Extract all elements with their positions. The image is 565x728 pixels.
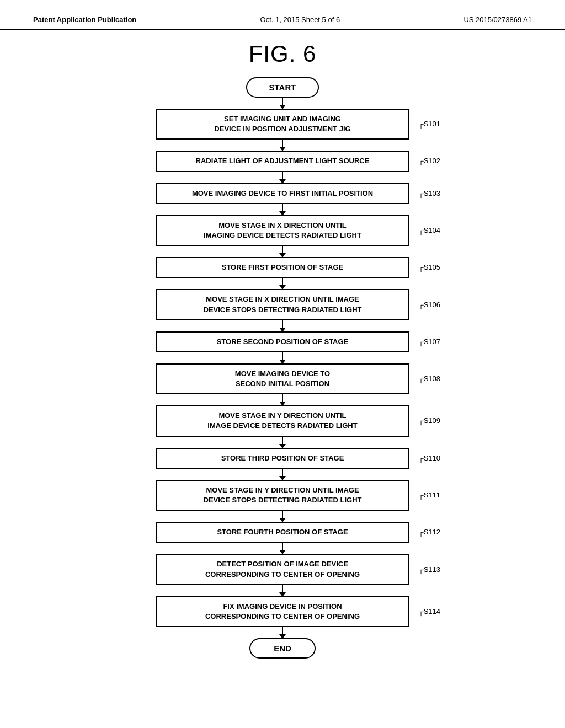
arrow-2 bbox=[282, 172, 283, 183]
step-label-s102: ┌S102 bbox=[418, 156, 440, 166]
step-row-s106: MOVE STAGE IN X DIRECTION UNTIL IMAGE DE… bbox=[156, 289, 409, 320]
step-label-s113: ┌S113 bbox=[418, 564, 440, 574]
arrow-3 bbox=[282, 204, 283, 215]
step-label-s107: ┌S107 bbox=[418, 337, 440, 347]
step-box-s112: STORE FOURTH POSITION OF STAGE┌S112 bbox=[156, 522, 409, 543]
step-box-s101: SET IMAGING UNIT AND IMAGING DEVICE IN P… bbox=[156, 109, 409, 140]
arrow-9 bbox=[282, 437, 283, 448]
step-label-s101: ┌S101 bbox=[418, 119, 440, 129]
arrow-4 bbox=[282, 246, 283, 257]
start-row: START bbox=[246, 77, 319, 98]
header-center: Oct. 1, 2015 Sheet 5 of 6 bbox=[260, 15, 340, 24]
step-label-s109: ┌S109 bbox=[418, 416, 440, 426]
step-row-s103: MOVE IMAGING DEVICE TO FIRST INITIAL POS… bbox=[156, 183, 409, 204]
step-box-s103: MOVE IMAGING DEVICE TO FIRST INITIAL POS… bbox=[156, 183, 409, 204]
step-row-s102: RADIATE LIGHT OF ADJUSTMENT LIGHT SOURCE… bbox=[156, 151, 409, 172]
step-label-s105: ┌S105 bbox=[418, 263, 440, 272]
header: Patent Application Publication Oct. 1, 2… bbox=[0, 0, 565, 30]
arrow-12 bbox=[282, 543, 283, 554]
end-row: END bbox=[249, 638, 316, 659]
content: FIG. 6 START SET IMAGING UNIT AND IMAGIN… bbox=[0, 30, 565, 659]
step-row-s110: STORE THIRD POSITION OF STAGE┌S110 bbox=[156, 448, 409, 469]
step-label-s114: ┌S114 bbox=[418, 607, 440, 617]
step-box-s109: MOVE STAGE IN Y DIRECTION UNTIL IMAGE DE… bbox=[156, 405, 409, 436]
arrow-8 bbox=[282, 394, 283, 405]
arrow-13 bbox=[282, 585, 283, 596]
step-label-s110: ┌S110 bbox=[418, 453, 440, 463]
step-box-s113: DETECT POSITION OF IMAGE DEVICE CORRESPO… bbox=[156, 554, 409, 585]
arrow-5 bbox=[282, 278, 283, 289]
step-label-s111: ┌S111 bbox=[418, 490, 440, 500]
arrow-6 bbox=[282, 320, 283, 331]
arrow-end bbox=[282, 627, 283, 638]
step-label-s103: ┌S103 bbox=[418, 189, 440, 199]
step-row-s104: MOVE STAGE IN X DIRECTION UNTIL IMAGING … bbox=[156, 215, 409, 246]
step-box-s110: STORE THIRD POSITION OF STAGE┌S110 bbox=[156, 448, 409, 469]
header-right: US 2015/0273869 A1 bbox=[463, 15, 532, 24]
step-box-s105: STORE FIRST POSITION OF STAGE┌S105 bbox=[156, 257, 409, 278]
step-box-s104: MOVE STAGE IN X DIRECTION UNTIL IMAGING … bbox=[156, 215, 409, 246]
step-label-s106: ┌S106 bbox=[418, 299, 440, 309]
step-box-s102: RADIATE LIGHT OF ADJUSTMENT LIGHT SOURCE… bbox=[156, 151, 409, 172]
arrow-1 bbox=[282, 140, 283, 151]
arrow-10 bbox=[282, 469, 283, 480]
page: Patent Application Publication Oct. 1, 2… bbox=[0, 0, 565, 728]
figure-title: FIG. 6 bbox=[249, 41, 317, 67]
step-row-s113: DETECT POSITION OF IMAGE DEVICE CORRESPO… bbox=[156, 554, 409, 585]
start-box: START bbox=[246, 77, 319, 98]
step-row-s109: MOVE STAGE IN Y DIRECTION UNTIL IMAGE DE… bbox=[156, 405, 409, 436]
step-row-s101: SET IMAGING UNIT AND IMAGING DEVICE IN P… bbox=[156, 109, 409, 140]
step-row-s105: STORE FIRST POSITION OF STAGE┌S105 bbox=[156, 257, 409, 278]
step-row-s111: MOVE STAGE IN Y DIRECTION UNTIL IMAGE DE… bbox=[156, 480, 409, 511]
step-label-s112: ┌S112 bbox=[418, 527, 440, 537]
step-box-s107: STORE SECOND POSITION OF STAGE┌S107 bbox=[156, 331, 409, 352]
step-box-s111: MOVE STAGE IN Y DIRECTION UNTIL IMAGE DE… bbox=[156, 480, 409, 511]
step-box-s108: MOVE IMAGING DEVICE TO SECOND INITIAL PO… bbox=[156, 363, 409, 394]
step-row-s107: STORE SECOND POSITION OF STAGE┌S107 bbox=[156, 331, 409, 352]
step-box-s106: MOVE STAGE IN X DIRECTION UNTIL IMAGE DE… bbox=[156, 289, 409, 320]
arrow-11 bbox=[282, 511, 283, 522]
step-label-s108: ┌S108 bbox=[418, 374, 440, 384]
arrow-7 bbox=[282, 352, 283, 363]
step-box-s114: FIX IMAGING DEVICE IN POSITION CORRESPON… bbox=[156, 596, 409, 627]
arrow-0 bbox=[282, 98, 283, 109]
flowchart: START SET IMAGING UNIT AND IMAGING DEVIC… bbox=[122, 77, 443, 659]
step-row-s112: STORE FOURTH POSITION OF STAGE┌S112 bbox=[156, 522, 409, 543]
step-label-s104: ┌S104 bbox=[418, 226, 440, 235]
step-row-s108: MOVE IMAGING DEVICE TO SECOND INITIAL PO… bbox=[156, 363, 409, 394]
header-left: Patent Application Publication bbox=[33, 15, 136, 24]
end-box: END bbox=[249, 638, 316, 659]
step-row-s114: FIX IMAGING DEVICE IN POSITION CORRESPON… bbox=[156, 596, 409, 627]
steps-container: SET IMAGING UNIT AND IMAGING DEVICE IN P… bbox=[156, 109, 409, 627]
